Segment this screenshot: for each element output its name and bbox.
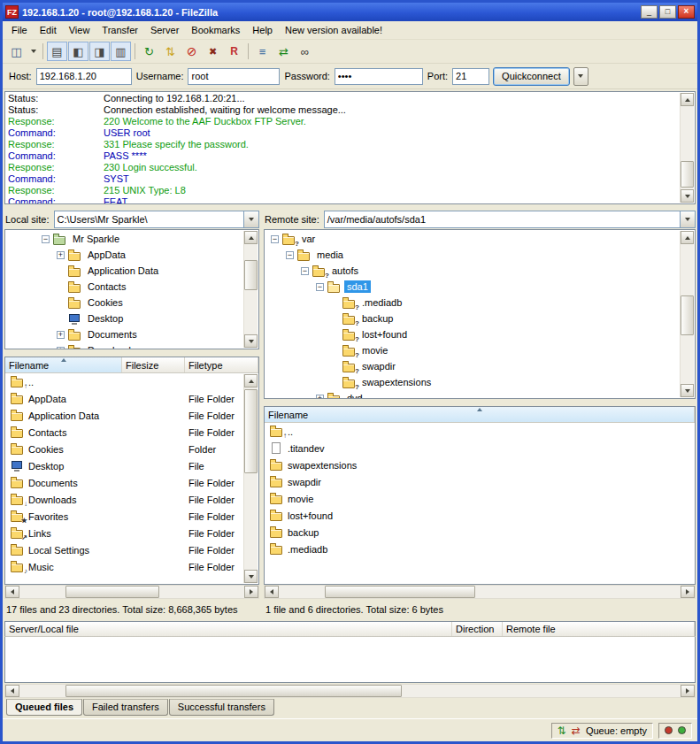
local-site-combo[interactable]: C:\Users\Mr Sparkle\ xyxy=(54,211,259,228)
scroll-left-button[interactable] xyxy=(265,586,279,598)
speed-limits-icon[interactable]: ⇄ xyxy=(572,725,581,736)
queue-list[interactable] xyxy=(4,637,696,683)
queue-hscrollbar[interactable] xyxy=(4,684,696,698)
host-input[interactable] xyxy=(36,68,132,85)
scroll-left-button[interactable] xyxy=(5,586,19,598)
file-row[interactable]: Documents File Folder xyxy=(5,474,244,491)
file-row[interactable]: ↓Downloads File Folder xyxy=(5,491,244,508)
file-row[interactable]: .titandev xyxy=(265,440,695,456)
chevron-down-icon[interactable] xyxy=(243,211,258,227)
cancel-icon[interactable]: ⊘ xyxy=(181,42,202,61)
expander-icon[interactable] xyxy=(55,251,66,259)
menu-item-file[interactable]: File xyxy=(5,23,34,37)
chevron-down-icon[interactable] xyxy=(680,211,695,227)
site-manager-dropdown-icon[interactable] xyxy=(27,42,39,61)
scrollbar-thumb[interactable] xyxy=(325,586,475,598)
remote-tree-splitter[interactable] xyxy=(264,399,696,406)
scrollbar-thumb[interactable] xyxy=(681,295,694,335)
file-row[interactable]: movie xyxy=(265,490,695,507)
tree-item[interactable]: Desktop xyxy=(6,311,242,326)
scroll-left-button[interactable] xyxy=(5,685,19,697)
file-row[interactable]: lost+found xyxy=(265,507,695,524)
scrollbar-thumb[interactable] xyxy=(244,260,258,290)
close-button[interactable]: × xyxy=(678,5,695,19)
tree-item[interactable]: Mr Sparkle xyxy=(6,231,242,247)
file-row[interactable]: Local Settings File Folder xyxy=(5,541,244,558)
process-queue-icon[interactable]: ⇅ xyxy=(160,42,181,61)
expander-icon[interactable] xyxy=(55,331,66,339)
scroll-right-button[interactable] xyxy=(681,685,695,697)
queue-column-direction[interactable]: Direction xyxy=(452,622,503,636)
compare-icon[interactable]: ≡ xyxy=(252,42,273,61)
tree-item[interactable]: Documents xyxy=(6,326,242,342)
tree-item[interactable]: AppData xyxy=(6,247,242,263)
scroll-right-button[interactable] xyxy=(681,586,695,598)
file-row[interactable]: Application Data File Folder xyxy=(5,407,244,424)
scrollbar-thumb[interactable] xyxy=(244,389,258,473)
minimize-button[interactable]: _ xyxy=(641,5,658,19)
queue-tab[interactable]: Successful transfers xyxy=(169,699,274,716)
expander-icon[interactable] xyxy=(40,235,51,243)
username-input[interactable] xyxy=(188,68,280,85)
column-filename[interactable]: Filename xyxy=(265,407,695,422)
tree-item[interactable]: ? var xyxy=(265,231,679,247)
log-scrollbar[interactable] xyxy=(680,93,694,203)
remote-tree-scrollbar[interactable] xyxy=(680,231,694,397)
local-list-hscrollbar[interactable] xyxy=(4,585,259,599)
tree-item[interactable]: media xyxy=(265,247,679,263)
toggle-message-log-icon[interactable]: ▤ xyxy=(47,42,67,61)
menu-item-help[interactable]: Help xyxy=(246,23,279,37)
tree-item[interactable]: ? dvd xyxy=(265,390,679,399)
scroll-up-button[interactable] xyxy=(681,231,694,244)
expander-icon[interactable] xyxy=(284,251,296,259)
tree-item[interactable]: ? swapdir xyxy=(265,358,679,374)
column-filesize[interactable]: Filesize xyxy=(122,357,185,372)
file-row[interactable]: ↗Links File Folder xyxy=(5,525,244,541)
titlebar[interactable]: FZ 192.168.1.20 - root@192.168.1.20 - Fi… xyxy=(3,3,697,21)
tree-item[interactable]: ? backup xyxy=(265,311,679,326)
menu-item-server[interactable]: Server xyxy=(144,23,185,37)
find-icon[interactable]: ∞ xyxy=(295,42,315,61)
scroll-right-button[interactable] xyxy=(244,586,258,598)
expander-icon[interactable] xyxy=(269,235,281,243)
local-tree-splitter[interactable] xyxy=(4,349,259,357)
file-row[interactable]: ★Favorites File Folder xyxy=(5,508,244,525)
local-list-scrollbar[interactable] xyxy=(243,374,258,583)
file-row[interactable]: ↑.. xyxy=(5,373,244,390)
file-row[interactable]: .mediadb xyxy=(265,541,695,557)
tree-item[interactable]: Application Data xyxy=(6,263,242,279)
quickconnect-button[interactable]: Quickconnect xyxy=(493,67,570,86)
maximize-button[interactable]: □ xyxy=(659,5,676,19)
tree-item[interactable]: sda1 xyxy=(265,279,679,295)
menu-item-view[interactable]: View xyxy=(63,23,96,37)
menu-item-bookmarks[interactable]: Bookmarks xyxy=(185,23,246,37)
transfer-activity-icon[interactable]: ⇅ xyxy=(558,725,566,736)
file-row[interactable]: ♪Music File Folder xyxy=(5,558,244,575)
disconnect-icon[interactable]: ✖ xyxy=(203,42,223,61)
password-input[interactable] xyxy=(335,68,423,85)
queue-column-remote-file[interactable]: Remote file xyxy=(503,622,695,636)
quickconnect-dropdown[interactable] xyxy=(573,67,588,86)
scroll-up-button[interactable] xyxy=(244,374,258,387)
remote-list-hscrollbar[interactable] xyxy=(264,585,696,599)
file-row[interactable]: swapextensions xyxy=(265,456,695,473)
queue-tab[interactable]: Queued files xyxy=(6,699,82,716)
expander-icon[interactable] xyxy=(299,267,311,275)
column-filename[interactable]: Filename xyxy=(5,357,122,372)
local-tree-scrollbar[interactable] xyxy=(243,231,258,348)
file-row[interactable]: Contacts File Folder xyxy=(5,424,244,441)
file-row[interactable]: ↑.. xyxy=(265,423,695,440)
queue-column-local-file[interactable]: Server/Local file xyxy=(5,622,452,636)
file-row[interactable]: Desktop File xyxy=(5,457,244,474)
queue-tab[interactable]: Failed transfers xyxy=(83,699,168,716)
scroll-down-button[interactable] xyxy=(681,384,694,397)
refresh-icon[interactable]: ↻ xyxy=(139,42,159,61)
scroll-down-button[interactable] xyxy=(244,570,258,583)
menu-item-transfer[interactable]: Transfer xyxy=(96,23,144,37)
toggle-remote-tree-icon[interactable]: ◨ xyxy=(89,42,110,61)
scrollbar-thumb[interactable] xyxy=(65,685,402,697)
tree-item[interactable]: Downloads xyxy=(6,342,242,349)
scroll-down-button[interactable] xyxy=(244,334,258,348)
scrollbar-thumb[interactable] xyxy=(681,161,694,188)
remote-site-combo[interactable]: /var/media/autofs/sda1 xyxy=(324,211,696,228)
